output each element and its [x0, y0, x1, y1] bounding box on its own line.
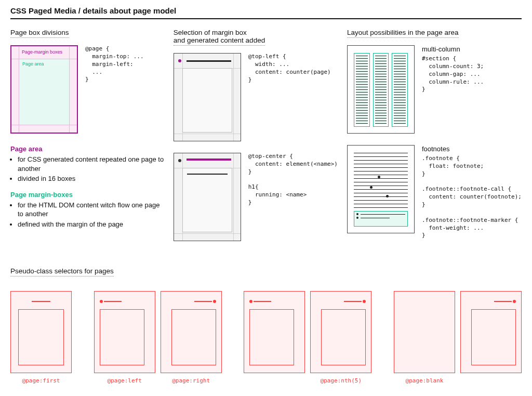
pseudo-page-first: @page:first	[10, 291, 72, 384]
label-page-right: @page:right	[172, 377, 210, 384]
desc-head-page-area: Page area	[10, 145, 164, 153]
label-page-nth: @page:nth(5)	[321, 377, 362, 384]
code-footnotes: .footnote { float: footnote; } .footnote…	[422, 155, 522, 240]
diagram-top-left-counter	[174, 53, 241, 141]
page-title: CSS Paged Media / details about page mod…	[10, 6, 522, 19]
heading-margin-box: Selection of margin box and generated co…	[174, 29, 265, 46]
subhead-multi-column: multi-column	[422, 45, 484, 53]
diagram-footnotes	[347, 145, 415, 233]
label-page-left: @page:left	[108, 377, 142, 384]
desc-item: for CSS generated content repeated one p…	[18, 155, 164, 173]
diagram-top-center-element	[174, 153, 241, 241]
label-page-margin-boxes: Page-margin boxes	[22, 49, 62, 55]
col-layout-possibilities: Layout possibilities in the page area mu…	[347, 29, 522, 253]
code-multi-column: #section { column-count: 3; column-gap: …	[422, 55, 484, 94]
heading-layout-possibilities: Layout possibilities in the page area	[347, 29, 459, 38]
section-pseudo-class-selectors: Pseudo-class selectors for pages @page:f…	[10, 267, 522, 384]
col-page-box-divisions: Page box divisions Page-margin boxes Pag…	[10, 29, 164, 253]
desc-item: for the HTML DOM content witch flow one …	[18, 201, 164, 219]
label-page-area: Page area	[19, 59, 70, 125]
desc-item: defined with the margin of the page	[18, 220, 164, 229]
pseudo-page-blank-group: @page:blank .	[394, 291, 522, 384]
pseudo-page-nth-group: . @page:nth(5)	[244, 291, 371, 384]
diagram-page-box: Page-margin boxes Page area	[10, 45, 78, 134]
description-block: Page area for CSS generated content repe…	[10, 145, 164, 229]
col-margin-box-selection: Selection of margin box and generated co…	[174, 29, 338, 253]
label-page-first: @page:first	[22, 377, 60, 384]
pseudo-page-left: @page:left	[94, 291, 155, 384]
label-page-blank: @page:blank	[406, 377, 444, 384]
code-at-page: @page { margin-top: ... margin-left: ...…	[85, 45, 144, 84]
pseudo-page-right: @page:right	[161, 291, 222, 384]
code-top-left: @top-left { width: ... content: counter(…	[248, 53, 331, 84]
desc-head-page-margin: Page margin-boxes	[10, 191, 164, 199]
diagram-multi-column	[347, 45, 415, 134]
heading-page-box-divisions: Page box divisions	[10, 29, 69, 38]
desc-item: divided in 16 boxes	[18, 174, 164, 183]
heading-pseudo-class: Pseudo-class selectors for pages	[10, 267, 114, 276]
code-top-center: @top-center { content: element(<name>) }…	[248, 153, 338, 207]
subhead-footnotes: footnotes	[422, 145, 522, 153]
